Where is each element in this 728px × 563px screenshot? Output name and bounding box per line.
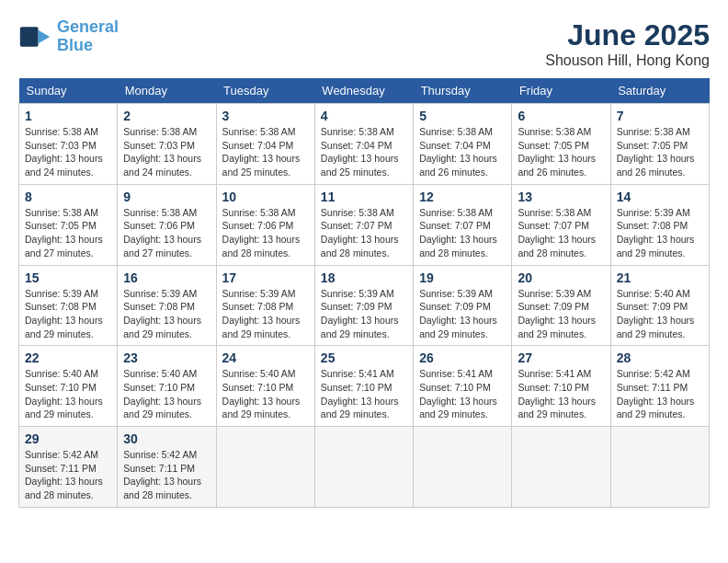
logo: General Blue <box>18 18 119 55</box>
day-number: 6 <box>518 109 604 123</box>
header-tuesday: Tuesday <box>216 78 314 104</box>
svg-rect-0 <box>20 27 39 47</box>
day-info: Sunrise: 5:39 AMSunset: 7:08 PMDaylight:… <box>25 287 111 341</box>
day-info: Sunrise: 5:38 AMSunset: 7:04 PMDaylight:… <box>222 125 309 179</box>
logo-blue: Blue <box>57 36 93 54</box>
calendar-cell: 8Sunrise: 5:38 AMSunset: 7:05 PMDaylight… <box>19 184 118 265</box>
day-number: 15 <box>25 270 111 285</box>
day-number: 13 <box>518 190 604 204</box>
day-number: 30 <box>123 431 210 446</box>
day-info: Sunrise: 5:38 AMSunset: 7:04 PMDaylight:… <box>321 125 407 179</box>
calendar-week-row: 8Sunrise: 5:38 AMSunset: 7:05 PMDaylight… <box>19 184 710 265</box>
day-number: 28 <box>617 350 703 365</box>
day-info: Sunrise: 5:38 AMSunset: 7:05 PMDaylight:… <box>25 206 111 260</box>
day-number: 2 <box>123 109 210 123</box>
day-info: Sunrise: 5:40 AMSunset: 7:10 PMDaylight:… <box>222 367 309 421</box>
day-number: 1 <box>25 109 111 123</box>
day-info: Sunrise: 5:38 AMSunset: 7:03 PMDaylight:… <box>123 125 210 179</box>
day-info: Sunrise: 5:39 AMSunset: 7:09 PMDaylight:… <box>419 287 506 341</box>
day-number: 10 <box>222 190 309 204</box>
header-saturday: Saturday <box>610 78 709 104</box>
day-info: Sunrise: 5:38 AMSunset: 7:07 PMDaylight:… <box>419 206 506 260</box>
header-sunday: Sunday <box>19 78 118 104</box>
calendar-cell: 3Sunrise: 5:38 AMSunset: 7:04 PMDaylight… <box>216 104 314 185</box>
day-number: 21 <box>617 270 703 285</box>
day-info: Sunrise: 5:38 AMSunset: 7:07 PMDaylight:… <box>518 206 604 260</box>
calendar-week-row: 22Sunrise: 5:40 AMSunset: 7:10 PMDayligh… <box>19 346 710 427</box>
header-thursday: Thursday <box>414 78 512 104</box>
day-info: Sunrise: 5:40 AMSunset: 7:09 PMDaylight:… <box>617 287 703 341</box>
logo-general: General <box>57 17 119 36</box>
calendar-cell <box>512 427 610 508</box>
day-number: 20 <box>518 270 604 285</box>
calendar-cell: 18Sunrise: 5:39 AMSunset: 7:09 PMDayligh… <box>314 265 413 346</box>
calendar-cell: 2Sunrise: 5:38 AMSunset: 7:03 PMDaylight… <box>118 104 216 185</box>
calendar-week-row: 1Sunrise: 5:38 AMSunset: 7:03 PMDaylight… <box>19 104 710 185</box>
day-number: 25 <box>321 350 407 365</box>
calendar-cell: 1Sunrise: 5:38 AMSunset: 7:03 PMDaylight… <box>19 104 118 185</box>
day-info: Sunrise: 5:38 AMSunset: 7:06 PMDaylight:… <box>222 206 309 260</box>
day-number: 8 <box>25 190 111 204</box>
day-info: Sunrise: 5:38 AMSunset: 7:07 PMDaylight:… <box>321 206 407 260</box>
calendar-cell: 14Sunrise: 5:39 AMSunset: 7:08 PMDayligh… <box>610 184 709 265</box>
calendar-cell: 22Sunrise: 5:40 AMSunset: 7:10 PMDayligh… <box>19 346 118 427</box>
day-info: Sunrise: 5:41 AMSunset: 7:10 PMDaylight:… <box>518 367 604 421</box>
day-info: Sunrise: 5:39 AMSunset: 7:09 PMDaylight:… <box>321 287 407 341</box>
header: General Blue June 2025 Shouson Hill, Hon… <box>18 18 710 69</box>
day-info: Sunrise: 5:38 AMSunset: 7:04 PMDaylight:… <box>419 125 506 179</box>
calendar-cell: 30Sunrise: 5:42 AMSunset: 7:11 PMDayligh… <box>118 427 216 508</box>
day-info: Sunrise: 5:42 AMSunset: 7:11 PMDaylight:… <box>25 448 111 502</box>
day-info: Sunrise: 5:42 AMSunset: 7:11 PMDaylight:… <box>617 367 703 421</box>
calendar-cell: 17Sunrise: 5:39 AMSunset: 7:08 PMDayligh… <box>216 265 314 346</box>
calendar-cell: 5Sunrise: 5:38 AMSunset: 7:04 PMDaylight… <box>414 104 512 185</box>
calendar-cell <box>216 427 314 508</box>
day-number: 12 <box>419 190 506 204</box>
day-info: Sunrise: 5:38 AMSunset: 7:03 PMDaylight:… <box>25 125 111 179</box>
day-number: 16 <box>123 270 210 285</box>
day-number: 11 <box>321 190 407 204</box>
calendar-cell: 6Sunrise: 5:38 AMSunset: 7:05 PMDaylight… <box>512 104 610 185</box>
svg-marker-1 <box>39 30 51 43</box>
day-number: 4 <box>321 109 407 123</box>
day-number: 27 <box>518 350 604 365</box>
calendar-table: SundayMondayTuesdayWednesdayThursdayFrid… <box>18 78 710 508</box>
calendar-cell: 19Sunrise: 5:39 AMSunset: 7:09 PMDayligh… <box>414 265 512 346</box>
calendar-cell: 28Sunrise: 5:42 AMSunset: 7:11 PMDayligh… <box>610 346 709 427</box>
calendar-week-row: 29Sunrise: 5:42 AMSunset: 7:11 PMDayligh… <box>19 427 710 508</box>
day-number: 5 <box>419 109 506 123</box>
calendar-cell: 10Sunrise: 5:38 AMSunset: 7:06 PMDayligh… <box>216 184 314 265</box>
calendar-cell: 21Sunrise: 5:40 AMSunset: 7:09 PMDayligh… <box>610 265 709 346</box>
calendar-cell: 20Sunrise: 5:39 AMSunset: 7:09 PMDayligh… <box>512 265 610 346</box>
day-info: Sunrise: 5:38 AMSunset: 7:06 PMDaylight:… <box>123 206 210 260</box>
calendar-cell: 26Sunrise: 5:41 AMSunset: 7:10 PMDayligh… <box>414 346 512 427</box>
calendar-cell <box>610 427 709 508</box>
day-info: Sunrise: 5:39 AMSunset: 7:08 PMDaylight:… <box>222 287 309 341</box>
day-number: 19 <box>419 270 506 285</box>
calendar-cell: 12Sunrise: 5:38 AMSunset: 7:07 PMDayligh… <box>414 184 512 265</box>
calendar-cell: 11Sunrise: 5:38 AMSunset: 7:07 PMDayligh… <box>314 184 413 265</box>
day-number: 14 <box>617 190 703 204</box>
day-number: 18 <box>321 270 407 285</box>
calendar-subtitle: Shouson Hill, Hong Kong <box>545 52 710 69</box>
calendar-cell: 29Sunrise: 5:42 AMSunset: 7:11 PMDayligh… <box>19 427 118 508</box>
day-number: 9 <box>123 190 210 204</box>
header-friday: Friday <box>512 78 610 104</box>
day-number: 3 <box>222 109 309 123</box>
day-info: Sunrise: 5:40 AMSunset: 7:10 PMDaylight:… <box>123 367 210 421</box>
day-info: Sunrise: 5:40 AMSunset: 7:10 PMDaylight:… <box>25 367 111 421</box>
day-info: Sunrise: 5:42 AMSunset: 7:11 PMDaylight:… <box>123 448 210 502</box>
day-info: Sunrise: 5:39 AMSunset: 7:09 PMDaylight:… <box>518 287 604 341</box>
calendar-cell: 24Sunrise: 5:40 AMSunset: 7:10 PMDayligh… <box>216 346 314 427</box>
calendar-cell: 15Sunrise: 5:39 AMSunset: 7:08 PMDayligh… <box>19 265 118 346</box>
day-number: 22 <box>25 350 111 365</box>
calendar-cell: 16Sunrise: 5:39 AMSunset: 7:08 PMDayligh… <box>118 265 216 346</box>
day-number: 26 <box>419 350 506 365</box>
day-number: 24 <box>222 350 309 365</box>
calendar-cell: 13Sunrise: 5:38 AMSunset: 7:07 PMDayligh… <box>512 184 610 265</box>
calendar-cell: 4Sunrise: 5:38 AMSunset: 7:04 PMDaylight… <box>314 104 413 185</box>
header-monday: Monday <box>118 78 216 104</box>
day-info: Sunrise: 5:41 AMSunset: 7:10 PMDaylight:… <box>321 367 407 421</box>
day-info: Sunrise: 5:39 AMSunset: 7:08 PMDaylight:… <box>617 206 703 260</box>
calendar-cell: 27Sunrise: 5:41 AMSunset: 7:10 PMDayligh… <box>512 346 610 427</box>
day-number: 7 <box>617 109 703 123</box>
